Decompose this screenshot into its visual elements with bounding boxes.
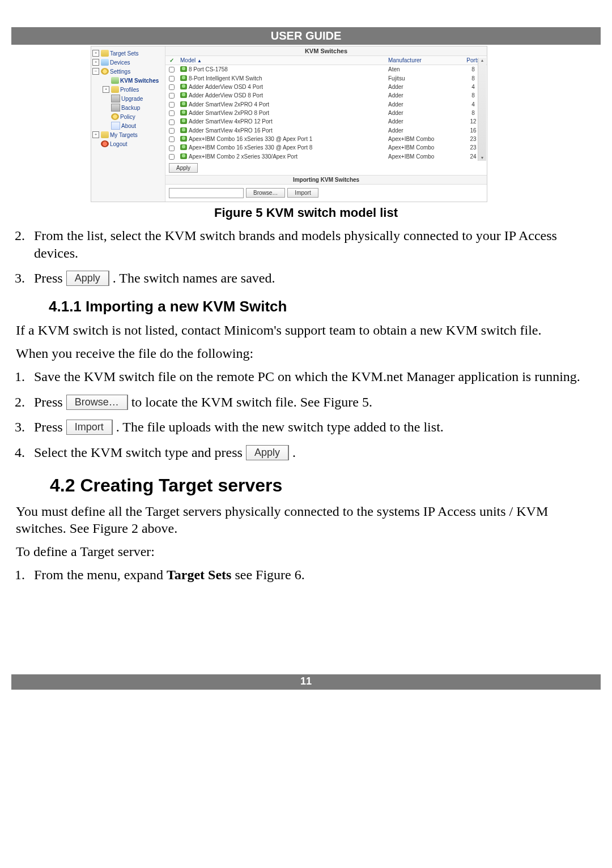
col-check[interactable]: ✓: [165, 56, 178, 65]
kvm-switch-icon: [180, 84, 187, 89]
heading-4-2: 4.2 Creating Target servers: [50, 474, 598, 497]
scroll-up-icon[interactable]: ▴: [478, 58, 486, 63]
cell-model: Apex+IBM Combo 16 xSeries 330 @ Apex Por…: [178, 143, 386, 152]
document-body: From the list, select the KVM switch bra…: [11, 227, 601, 584]
tree-backup[interactable]: Backup: [92, 103, 165, 112]
tree-devices[interactable]: +Devices: [92, 58, 165, 67]
vertical-scrollbar[interactable]: ▴ ▾: [478, 58, 486, 161]
row-checkbox[interactable]: [169, 76, 175, 82]
para-42b: To define a Target server:: [16, 543, 596, 561]
row-checkbox[interactable]: [169, 110, 175, 116]
import-button[interactable]: Import: [287, 188, 318, 198]
kvm-switch-icon: [180, 118, 187, 124]
tree-upgrade[interactable]: Upgrade: [92, 94, 165, 103]
col-model[interactable]: Model ▲: [178, 56, 386, 65]
kvm-switch-icon: [180, 92, 187, 98]
tree-logout[interactable]: Logout: [92, 139, 165, 148]
cell-manufacturer: Adder: [386, 91, 460, 100]
step-3: Press Apply . The switch names are saved…: [28, 270, 598, 287]
row-checkbox[interactable]: [169, 102, 175, 108]
kvm-switch-icon: [180, 110, 187, 116]
pane-title: KVM Switches: [165, 46, 487, 56]
tree-expander-icon[interactable]: −: [92, 68, 99, 75]
cell-manufacturer: Adder: [386, 117, 460, 126]
tree-expander-icon[interactable]: +: [92, 59, 99, 66]
para-411a: If a KVM switch is not listed, contact M…: [16, 322, 596, 339]
apply-button[interactable]: Apply: [169, 163, 198, 173]
cell-manufacturer: Adder: [386, 126, 460, 135]
kvm-switch-icon: [180, 75, 187, 81]
kvm-switch-icon: [180, 127, 187, 133]
tree-my-targets[interactable]: +My Targets: [92, 130, 165, 139]
tree-expander-icon: [92, 140, 99, 147]
define-step-1: From the menu, expand Target Sets see Fi…: [28, 566, 598, 584]
tree-about[interactable]: About: [92, 121, 165, 130]
tree-item-label: My Targets: [110, 132, 138, 138]
cell-model: Adder SmartView 2xPRO 8 Port: [178, 109, 386, 117]
cell-model: 8 Port CS-1758: [178, 65, 386, 74]
kvm-switch-icon: [180, 66, 187, 72]
row-checkbox[interactable]: [169, 154, 175, 160]
table-row: Adder SmartView 2xPRO 4 PortAdder4: [165, 100, 487, 108]
import-step-1: Save the KVM switch file on the remote P…: [28, 368, 598, 386]
kvm-switch-icon: [180, 101, 187, 107]
cell-model: Apex+IBM Combo 2 xSeries 330/Apex Port: [178, 152, 386, 161]
main-pane: KVM Switches ✓: [165, 46, 487, 202]
apply-button-inline[interactable]: Apply: [66, 271, 109, 286]
tree-settings[interactable]: −Settings: [92, 67, 165, 76]
cell-manufacturer: Apex+IBM Combo: [386, 152, 460, 161]
table-row: Apex+IBM Combo 2 xSeries 330/Apex PortAp…: [165, 152, 487, 161]
browse-button[interactable]: Browse…: [246, 188, 285, 198]
cell-manufacturer: Aten: [386, 65, 460, 74]
table-row: Adder SmartView 4xPRO 16 PortAdder16: [165, 126, 487, 135]
tree-item-label: Policy: [120, 114, 135, 120]
col-manufacturer[interactable]: Manufacturer: [386, 56, 460, 65]
folder-icon: [101, 50, 109, 57]
tree-item-label: Upgrade: [121, 96, 143, 102]
row-checkbox[interactable]: [169, 93, 175, 99]
import-file-path[interactable]: [169, 188, 244, 198]
kvm-switch-table: ✓ Model ▲ Manufacturer Ports 8 Port CS-1…: [165, 56, 487, 161]
cell-model: Adder SmartView 4xPRO 16 Port: [178, 126, 386, 135]
gear-icon: [101, 68, 109, 75]
tree-policy[interactable]: Policy: [92, 112, 165, 121]
apply-button-inline-2[interactable]: Apply: [246, 445, 289, 460]
cell-model: Apex+IBM Combo 16 xSeries 330 @ Apex Por…: [178, 135, 386, 143]
scroll-down-icon[interactable]: ▾: [478, 155, 486, 161]
tree-profiles[interactable]: +Profiles: [92, 85, 165, 94]
row-checkbox[interactable]: [169, 136, 175, 142]
tree-expander-icon[interactable]: +: [92, 131, 99, 138]
tree-expander-icon[interactable]: +: [92, 50, 99, 57]
heading-4-1-1: 4.1.1 Importing a new KVM Switch: [49, 297, 598, 316]
tree-expander-icon: [103, 77, 109, 84]
cell-manufacturer: Adder: [386, 83, 460, 91]
table-row: Adder AdderView OSD 8 PortAdder8: [165, 91, 487, 100]
kvm-switch-icon: [180, 136, 187, 142]
tree-target-sets[interactable]: +Target Sets: [92, 49, 165, 58]
cell-model: Adder SmartView 2xPRO 4 Port: [178, 100, 386, 108]
row-checkbox[interactable]: [169, 128, 175, 134]
import-section-title: Importing KVM Switches: [165, 175, 487, 185]
row-checkbox[interactable]: [169, 146, 175, 151]
tree-kvm-switches[interactable]: KVM Switches: [92, 76, 165, 85]
tree-item-label: About: [121, 123, 136, 129]
kvm-switch-icon: [180, 144, 187, 150]
row-checkbox[interactable]: [169, 84, 175, 90]
folder-icon: [101, 131, 109, 138]
tree-expander-icon[interactable]: +: [103, 86, 109, 93]
device-icon: [111, 77, 119, 84]
row-checkbox[interactable]: [169, 67, 175, 72]
cell-manufacturer: Adder: [386, 100, 460, 108]
table-row: 8-Port Intelligent KVM SwitchFujitsu8: [165, 74, 487, 82]
browse-button-inline[interactable]: Browse…: [66, 395, 128, 410]
sort-asc-icon: ▲: [197, 58, 202, 63]
row-checkbox[interactable]: [169, 119, 175, 125]
import-button-inline[interactable]: Import: [66, 420, 113, 435]
doc-icon: [111, 122, 120, 130]
table-row: Adder SmartView 2xPRO 8 PortAdder8: [165, 109, 487, 117]
figure-caption: Figure 5 KVM switch model list: [11, 206, 601, 220]
cell-manufacturer: Apex+IBM Combo: [386, 135, 460, 143]
table-row: 8 Port CS-1758Aten8: [165, 65, 487, 74]
tree-item-label: Profiles: [120, 87, 139, 93]
import-step-4: Select the KVM switch type and press App…: [28, 444, 598, 461]
